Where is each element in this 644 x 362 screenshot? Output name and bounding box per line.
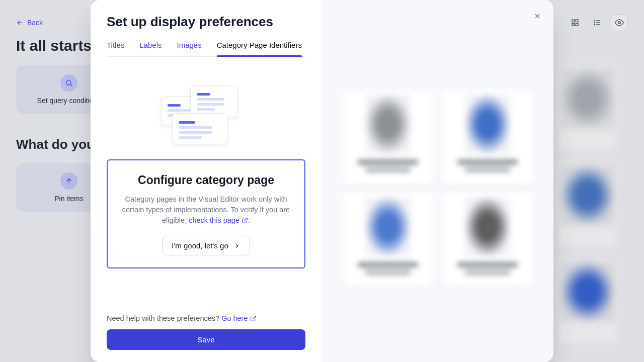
- external-link-icon: [242, 217, 248, 224]
- lets-go-label: I'm good, let's go: [172, 241, 228, 250]
- documents-illustration: [161, 85, 252, 145]
- svg-line-20: [253, 316, 256, 319]
- external-link-icon: [250, 315, 257, 322]
- preview-card: [442, 90, 533, 184]
- help-prefix: Need help with these preferences?: [107, 314, 221, 322]
- modal-footer: Need help with these preferences? Go her…: [107, 314, 305, 350]
- modal-title: Set up display preferences: [107, 14, 305, 30]
- modal-left-panel: Set up display preferences Titles Labels…: [91, 0, 322, 362]
- callout-body-suffix: .: [248, 216, 250, 224]
- callout-heading: Configure category page: [118, 173, 294, 187]
- tab-images[interactable]: Images: [177, 41, 201, 56]
- help-link[interactable]: Go here: [221, 314, 256, 322]
- help-line: Need help with these preferences? Go her…: [107, 314, 305, 322]
- svg-line-19: [244, 218, 247, 221]
- preview-card: [343, 90, 433, 184]
- preview-card: [343, 193, 433, 287]
- tab-category-page-identifiers[interactable]: Category Page Identifiers: [217, 41, 302, 56]
- configure-callout: Configure category page Category pages i…: [107, 159, 305, 268]
- tab-labels[interactable]: Labels: [139, 41, 162, 56]
- callout-link[interactable]: check this page: [189, 216, 248, 224]
- modal-tabs: Titles Labels Images Category Page Ident…: [107, 41, 305, 57]
- callout-body: Category pages in the Visual Editor work…: [118, 194, 294, 226]
- close-icon: [533, 12, 541, 20]
- preview-card: [442, 193, 533, 287]
- close-button[interactable]: [529, 8, 545, 24]
- modal-right-preview: [322, 0, 553, 362]
- display-preferences-modal: Set up display preferences Titles Labels…: [91, 0, 553, 362]
- preview-grid: [338, 90, 537, 287]
- tab-titles[interactable]: Titles: [107, 41, 124, 56]
- save-button[interactable]: Save: [107, 329, 305, 350]
- chevron-right-icon: [233, 242, 240, 249]
- lets-go-button[interactable]: I'm good, let's go: [162, 236, 250, 255]
